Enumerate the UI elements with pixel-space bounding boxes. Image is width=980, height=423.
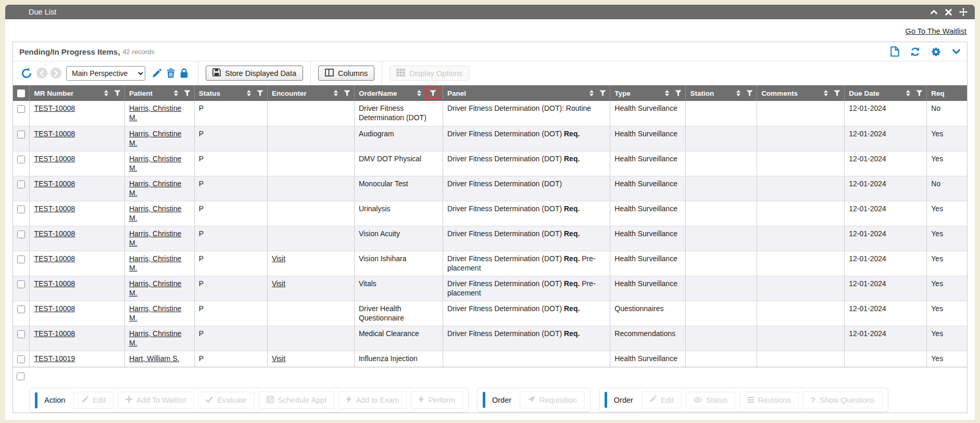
- filter-icon[interactable]: [344, 90, 350, 97]
- col-header-encounter[interactable]: Encounter: [267, 85, 354, 101]
- mr-number-link[interactable]: TEST-10008: [34, 204, 75, 213]
- row-checkbox[interactable]: [17, 105, 25, 113]
- row-checkbox[interactable]: [17, 355, 25, 363]
- col-header-type[interactable]: Type: [610, 85, 686, 101]
- patient-link[interactable]: Harris, Christine M.: [129, 329, 181, 347]
- filter-icon[interactable]: [184, 90, 191, 97]
- gear-icon[interactable]: [931, 47, 941, 57]
- sort-icon[interactable]: [665, 90, 669, 96]
- mr-number-link[interactable]: TEST-10008: [34, 329, 75, 338]
- mr-number-link[interactable]: TEST-10008: [34, 254, 75, 263]
- sort-icon[interactable]: [104, 90, 108, 96]
- edit-button[interactable]: Edit: [73, 392, 114, 409]
- row-checkbox[interactable]: [17, 131, 25, 138]
- perform-button[interactable]: Perform: [411, 391, 463, 409]
- undo-icon[interactable]: [21, 68, 32, 79]
- patient-link[interactable]: Harris, Christine M.: [129, 155, 181, 172]
- col-header-status[interactable]: Status: [194, 85, 267, 101]
- filter-icon[interactable]: [599, 90, 606, 97]
- order-edit-button[interactable]: Edit: [642, 391, 682, 408]
- filter-icon[interactable]: [257, 90, 263, 97]
- row-checkbox[interactable]: [17, 330, 25, 338]
- sort-icon[interactable]: [906, 90, 910, 96]
- sort-icon[interactable]: [736, 90, 740, 96]
- schedule-appt-button[interactable]: Schedule Appt: [259, 391, 335, 409]
- go-to-waitlist-link[interactable]: Go To The Waitlist: [906, 27, 966, 35]
- columns-button[interactable]: Columns: [318, 66, 374, 81]
- close-icon[interactable]: [945, 9, 952, 16]
- filter-icon[interactable]: [916, 90, 923, 97]
- encounter-link[interactable]: Visit: [272, 354, 285, 363]
- perspective-select[interactable]: Main Perspective: [66, 66, 145, 81]
- filter-icon[interactable]: [746, 90, 753, 97]
- evaluate-button[interactable]: Evaluate: [198, 392, 254, 408]
- mr-number-link[interactable]: TEST-10008: [34, 304, 75, 313]
- patient-link[interactable]: Hart, William S.: [129, 354, 179, 363]
- filter-icon[interactable]: [114, 90, 121, 97]
- nav-forward-icon[interactable]: [51, 68, 61, 79]
- requisition-button[interactable]: Requisition: [520, 391, 585, 408]
- nav-back-icon[interactable]: [36, 68, 47, 79]
- mr-number-link[interactable]: TEST-10008: [34, 279, 75, 288]
- mr-number-link[interactable]: TEST-10008: [34, 104, 75, 112]
- mr-number-link[interactable]: TEST-10019: [34, 354, 75, 363]
- mr-number-link[interactable]: TEST-10008: [34, 155, 75, 163]
- sort-icon[interactable]: [174, 90, 178, 96]
- order-group-1: Order Requisition: [477, 388, 590, 412]
- chevron-down-icon[interactable]: [952, 47, 961, 56]
- row-checkbox[interactable]: [17, 206, 25, 213]
- patient-link[interactable]: Harris, Christine M.: [129, 104, 181, 122]
- lock-icon[interactable]: [180, 68, 188, 78]
- document-icon[interactable]: [890, 46, 899, 57]
- order-status-button[interactable]: Status: [686, 392, 735, 408]
- add-to-exam-button[interactable]: Add to Exam: [338, 391, 407, 409]
- row-checkbox[interactable]: [17, 230, 25, 238]
- select-all-checkbox[interactable]: [17, 89, 25, 97]
- row-checkbox[interactable]: [17, 156, 25, 163]
- revisions-button[interactable]: Revisions: [739, 392, 799, 408]
- col-header-due_date[interactable]: Due Date: [845, 85, 927, 101]
- store-displayed-data-button[interactable]: Store Displayed Data: [206, 66, 303, 81]
- collapse-icon[interactable]: [930, 8, 938, 16]
- patient-link[interactable]: Harris, Christine M.: [129, 254, 181, 272]
- check-icon: [206, 396, 213, 404]
- patient-link[interactable]: Harris, Christine M.: [129, 180, 181, 197]
- mr-number-link[interactable]: TEST-10008: [34, 180, 75, 188]
- patient-link[interactable]: Harris, Christine M.: [129, 304, 181, 322]
- sort-icon[interactable]: [247, 90, 251, 96]
- sort-icon[interactable]: [334, 90, 338, 96]
- edit-pencil-icon[interactable]: [152, 69, 161, 78]
- col-header-station[interactable]: Station: [686, 85, 757, 101]
- sort-icon[interactable]: [589, 90, 594, 96]
- patient-link[interactable]: Harris, Christine M.: [129, 279, 181, 297]
- col-header-comments[interactable]: Comments: [757, 85, 845, 101]
- mr-number-link[interactable]: TEST-10008: [34, 229, 75, 238]
- mr-number-link[interactable]: TEST-10008: [34, 130, 75, 138]
- display-options-button[interactable]: Display Options: [390, 66, 469, 81]
- row-checkbox[interactable]: [17, 255, 25, 263]
- patient-link[interactable]: Harris, Christine M.: [129, 229, 181, 247]
- encounter-link[interactable]: Visit: [272, 279, 285, 288]
- col-header-req[interactable]: Req: [927, 85, 967, 101]
- patient-link[interactable]: Harris, Christine M.: [129, 130, 181, 147]
- filter-icon[interactable]: [426, 87, 440, 100]
- footer-checkbox[interactable]: [17, 373, 24, 380]
- col-header-mr[interactable]: MR Number: [30, 85, 125, 101]
- add-to-waitlist-button[interactable]: Add To Waitlist: [118, 392, 194, 408]
- row-checkbox[interactable]: [17, 305, 25, 313]
- filter-icon[interactable]: [834, 90, 840, 97]
- col-header-order_name[interactable]: OrderName: [354, 85, 443, 101]
- sort-icon[interactable]: [417, 90, 421, 96]
- col-header-panel[interactable]: Panel: [443, 85, 610, 101]
- filter-icon[interactable]: [675, 90, 682, 97]
- row-checkbox[interactable]: [17, 181, 25, 188]
- show-questions-button[interactable]: ?Show Questions: [803, 391, 883, 408]
- row-checkbox[interactable]: [17, 280, 25, 288]
- refresh-icon[interactable]: [910, 47, 920, 57]
- move-icon[interactable]: [959, 8, 968, 16]
- sort-icon[interactable]: [824, 90, 828, 96]
- encounter-link[interactable]: Visit: [272, 254, 285, 263]
- trash-icon[interactable]: [167, 68, 175, 78]
- col-header-patient[interactable]: Patient: [124, 85, 194, 101]
- patient-link[interactable]: Harris, Christine M.: [129, 204, 181, 222]
